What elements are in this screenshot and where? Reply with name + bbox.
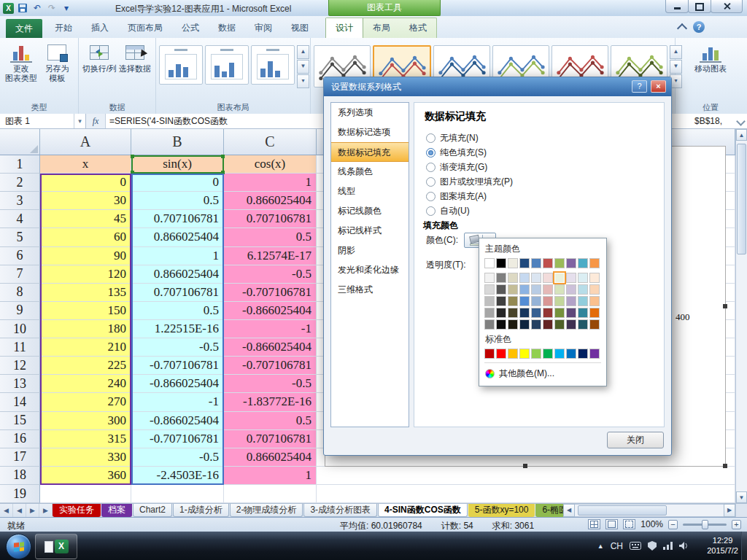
ribbon-tab-design[interactable]: 设计 — [325, 18, 363, 38]
theme-color-swatch[interactable] — [496, 308, 506, 318]
qat-dropdown-button[interactable]: ▾ — [61, 2, 72, 14]
theme-color-swatch[interactable] — [578, 284, 588, 295]
cell-A8[interactable]: 135 — [40, 284, 131, 302]
cell-C17[interactable]: 0.866025404 — [224, 448, 317, 467]
theme-color-swatch[interactable] — [543, 258, 553, 268]
ribbon-tab-insert[interactable]: 插入 — [82, 18, 118, 38]
theme-color-swatch[interactable] — [484, 273, 495, 283]
row-header-2[interactable]: 2 — [0, 174, 40, 192]
theme-color-swatch[interactable] — [566, 273, 576, 283]
row-header-3[interactable]: 3 — [0, 192, 40, 210]
fill-option-1[interactable]: 纯色填充(S) — [426, 145, 513, 160]
row-header-16[interactable]: 16 — [0, 430, 40, 448]
dialog-help-icon[interactable]: ? — [632, 80, 647, 93]
standard-color-swatch[interactable] — [566, 349, 576, 359]
cell-A1[interactable]: x — [40, 155, 131, 174]
fill-option-5[interactable]: 自动(U) — [426, 203, 513, 218]
standard-color-swatch[interactable] — [519, 349, 530, 359]
cell-C1[interactable]: cos(x) — [224, 155, 317, 174]
row-header-12[interactable]: 12 — [0, 357, 40, 375]
restore-button[interactable] — [688, 0, 711, 13]
help-icon[interactable]: ? — [693, 21, 705, 33]
cell-C9[interactable]: -0.866025404 — [224, 302, 317, 320]
zoom-out-button[interactable]: − — [668, 520, 678, 529]
theme-color-swatch[interactable] — [496, 319, 506, 330]
theme-color-swatch[interactable] — [519, 319, 530, 330]
chart-layout-3[interactable] — [251, 45, 295, 85]
theme-color-swatch[interactable] — [496, 273, 506, 283]
standard-color-swatch[interactable] — [543, 349, 553, 359]
save-as-template-button[interactable]: 另存为模板 — [39, 41, 76, 83]
normal-view-button[interactable] — [588, 519, 600, 529]
theme-color-swatch[interactable] — [554, 296, 565, 306]
undo-button[interactable]: ↶ — [31, 2, 43, 14]
layout-scroll-up-icon[interactable]: ▲ — [297, 45, 309, 59]
row-header-10[interactable]: 10 — [0, 320, 40, 338]
theme-color-swatch[interactable] — [508, 273, 518, 283]
excel-app-icon[interactable]: X — [3, 3, 14, 14]
sheet-tab-7[interactable]: 5-函数xy=100 — [468, 504, 535, 517]
theme-color-swatch[interactable] — [543, 296, 553, 306]
theme-color-swatch[interactable] — [566, 258, 576, 268]
standard-color-swatch[interactable] — [531, 349, 541, 359]
cell-B8[interactable]: 0.707106781 — [131, 284, 224, 302]
scroll-right-icon[interactable]: ▶ — [724, 504, 735, 517]
dialog-nav-item-5[interactable]: 标记线颜色 — [331, 201, 409, 221]
cell-B15[interactable]: -0.866025404 — [131, 412, 224, 430]
cell-B19[interactable] — [131, 485, 224, 503]
sheet-tab-4[interactable]: 2-物理成绩分析 — [230, 504, 303, 517]
theme-color-swatch[interactable] — [519, 258, 530, 268]
sheet-tab-5[interactable]: 3-成绩分析图表 — [303, 504, 377, 517]
cell-B7[interactable]: 0.866025404 — [131, 265, 224, 284]
theme-color-swatch[interactable] — [589, 273, 600, 283]
taskbar-clock[interactable]: 12:29 2015/7/2 — [707, 535, 738, 556]
row-header-9[interactable]: 9 — [0, 302, 40, 320]
theme-color-swatch[interactable] — [484, 258, 495, 268]
theme-color-swatch[interactable] — [519, 296, 530, 306]
standard-color-swatch[interactable] — [554, 349, 565, 359]
zoom-in-button[interactable]: + — [732, 520, 741, 529]
dialog-nav-item-3[interactable]: 线条颜色 — [331, 162, 409, 182]
cell-B6[interactable]: 1 — [131, 247, 224, 265]
theme-color-swatch[interactable] — [566, 308, 576, 318]
page-break-view-button[interactable] — [623, 519, 635, 529]
theme-color-swatch[interactable] — [589, 284, 600, 295]
row-header-5[interactable]: 5 — [0, 228, 40, 246]
theme-color-swatch[interactable] — [554, 308, 565, 318]
row-header-11[interactable]: 11 — [0, 338, 40, 357]
name-box-dropdown-icon[interactable]: ▾ — [74, 114, 86, 128]
cell-C14[interactable]: -1.83772E-16 — [224, 393, 317, 411]
theme-color-swatch[interactable] — [543, 308, 553, 318]
sheet-tab-0[interactable]: 实验任务 — [53, 504, 101, 517]
cell-A5[interactable]: 60 — [40, 228, 131, 246]
theme-color-swatch[interactable] — [496, 284, 506, 295]
sheet-tab-6[interactable]: 4-SIN函数COS函数 — [378, 504, 468, 517]
ribbon-tab-data[interactable]: 数据 — [209, 18, 245, 38]
theme-color-swatch[interactable] — [531, 284, 541, 295]
standard-color-swatch[interactable] — [496, 349, 506, 359]
row-header-19[interactable]: 19 — [0, 485, 40, 503]
cell-C5[interactable]: 0.5 — [224, 228, 317, 246]
theme-color-swatch[interactable] — [543, 284, 553, 295]
standard-color-swatch[interactable] — [589, 349, 600, 359]
theme-color-swatch[interactable] — [508, 319, 518, 330]
change-chart-type-button[interactable]: 更改图表类型 — [3, 41, 39, 83]
cell-C4[interactable]: 0.707106781 — [224, 210, 317, 228]
dialog-nav-item-8[interactable]: 发光和柔化边缘 — [331, 260, 409, 280]
ribbon-tab-formulas[interactable]: 公式 — [172, 18, 209, 38]
theme-color-swatch[interactable] — [578, 319, 588, 330]
chart-layout-2[interactable] — [205, 45, 249, 85]
ribbon-tab-layout[interactable]: 布局 — [363, 18, 400, 38]
previous-sheet-icon[interactable]: ◀ — [13, 504, 26, 517]
minimize-button[interactable] — [665, 0, 689, 13]
sheet-tab-3[interactable]: 1-成绩分析 — [173, 504, 229, 517]
select-all-corner[interactable] — [0, 129, 40, 155]
theme-color-swatch[interactable] — [554, 319, 565, 330]
cell-C10[interactable]: -1 — [224, 320, 317, 338]
theme-color-swatch[interactable] — [531, 258, 541, 268]
dialog-title-bar[interactable]: 设置数据系列格式 — [324, 77, 671, 96]
horizontal-scroll-track[interactable] — [575, 504, 724, 517]
cell-C11[interactable]: -0.866025404 — [224, 338, 317, 357]
show-desktop-button[interactable] — [741, 532, 747, 560]
vertical-scrollbar[interactable]: ▲ ▼ — [735, 129, 747, 503]
